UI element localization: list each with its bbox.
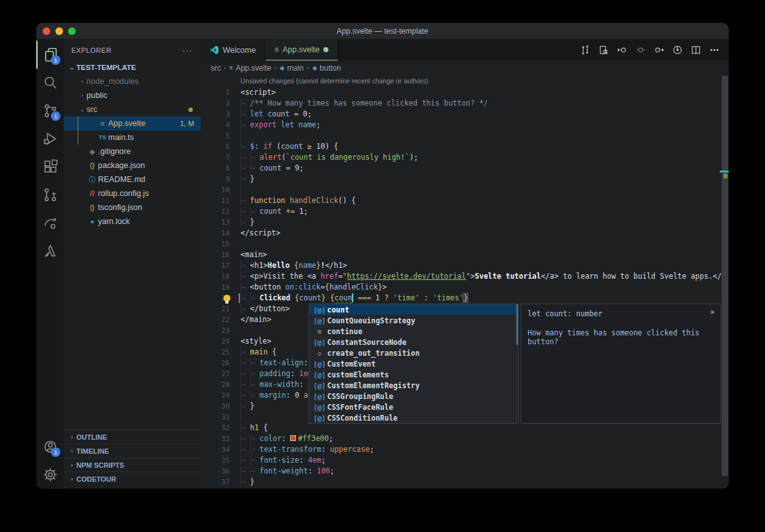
suggestion-create_out_transition[interactable]: ◇create_out_transition [309, 347, 518, 358]
code-line-16[interactable]: 16<main> [200, 249, 729, 260]
code-line-13[interactable]: 13→ } [200, 217, 729, 228]
token: ; [370, 445, 374, 454]
code-line-5[interactable]: 5 [200, 130, 729, 141]
token: text-align [260, 358, 304, 367]
split-editor-icon[interactable] [689, 43, 703, 57]
line-content: → h1 { [241, 423, 268, 433]
code-line-8[interactable]: 8→ → count = 9; [200, 163, 729, 174]
code-line-15[interactable]: 15 [200, 239, 729, 249]
code-line-2[interactable]: 2→ /** How many times has someone clicke… [200, 98, 729, 109]
token: ; [304, 207, 308, 216]
suggestion-customelementregistry[interactable]: [@]CustomElementRegistry [309, 380, 518, 391]
code-line-33[interactable]: 33→ → color: #ff3e00; [200, 433, 729, 444]
gutter-indicator-icon[interactable] [633, 43, 647, 57]
live-share-icon[interactable] [36, 209, 64, 237]
symbol-icon: ◈ [280, 64, 285, 71]
suggestion-constantsourcenode[interactable]: [@]ConstantSourceNode [309, 337, 518, 347]
suggestion-customevent[interactable]: [@]CustomEvent [309, 358, 518, 369]
previous-change-icon[interactable] [615, 43, 629, 57]
section-codetour[interactable]: ›CODETOUR [64, 472, 200, 486]
settings-gear-icon[interactable] [36, 461, 64, 489]
more-actions-icon[interactable] [707, 43, 721, 57]
token: } [463, 293, 468, 302]
open-preview-icon[interactable] [596, 43, 610, 57]
token: uppercase [330, 445, 370, 454]
code-line-11[interactable]: 11→ function handleClick() { [200, 195, 729, 206]
toggle-changes-icon[interactable] [578, 43, 592, 57]
suggestion-count[interactable]: [@]count [309, 304, 518, 315]
start-codetour-icon[interactable] [670, 43, 684, 57]
code-line-37[interactable]: 37→ } [200, 477, 729, 487]
run-debug-icon[interactable] [36, 125, 64, 153]
tree-item-node-modules[interactable]: ›node_modules [64, 74, 200, 88]
indent-whitespace: → [250, 466, 260, 475]
close-button[interactable] [43, 27, 50, 35]
vertical-scrollbar[interactable] [721, 75, 729, 489]
code-line-34[interactable]: 34→ → text-transform: uppercase; [200, 444, 729, 455]
code-line-20[interactable]: 20→ → Clicked {count} {coun === 1 ? 'tim… [200, 293, 729, 304]
section-npm-scripts[interactable]: ›NPM SCRIPTS [64, 458, 200, 472]
suggestion-customelements[interactable]: [@]customElements [309, 369, 518, 380]
code-line-6[interactable]: 6→ $: if (count ≥ 10) { [200, 141, 729, 152]
indent-whitespace: → [241, 196, 250, 205]
code-line-35[interactable]: 35→ → font-size: 4em; [200, 455, 729, 466]
tree-item-tsconfig-json[interactable]: {}tsconfig.json [64, 200, 200, 214]
lightbulb-icon[interactable] [223, 295, 230, 302]
tree-item-package-json[interactable]: {}package.json [64, 158, 200, 172]
pull-request-icon[interactable] [36, 181, 64, 209]
line-number: 36 [200, 466, 230, 477]
extensions-icon[interactable] [36, 153, 64, 181]
code-line-17[interactable]: 17→ <h1>Hello {name}!</h1> [200, 260, 729, 271]
tree-item-yarn-lock[interactable]: ●yarn.lock [64, 214, 200, 228]
tab-app-svelte[interactable]: ≡ App.svelte [265, 39, 338, 60]
azure-icon[interactable] [36, 237, 64, 265]
code-line-12[interactable]: 12→ → count += 1; [200, 206, 729, 217]
tree-item--gitignore[interactable]: ◆.gitignore [64, 144, 200, 158]
line-content: <script> [241, 87, 276, 98]
tree-item-src[interactable]: ⌄src [64, 102, 200, 116]
breadcrumb-item-app-svelte[interactable]: ≡App.svelte [229, 64, 271, 73]
account-icon[interactable]: 1 [36, 433, 64, 461]
tree-item-app-svelte[interactable]: ≡App.svelte1, M [64, 116, 200, 130]
section-timeline[interactable]: ›TIMELINE [64, 444, 200, 458]
suggest-scrollbar[interactable] [516, 304, 518, 345]
suggestion-cssconditionrule[interactable]: [@]CSSConditionRule [309, 412, 518, 423]
suggestion-continue[interactable]: ≡continue [309, 326, 518, 337]
code-line-1[interactable]: 1<script> [200, 87, 729, 98]
code-line-7[interactable]: 7→ → alert(`count is dangerously high!`)… [200, 152, 729, 163]
code-editor[interactable]: Unsaved changes (cannot determine recent… [200, 75, 729, 489]
source-control-icon[interactable]: 1 [36, 97, 64, 125]
token: () { [338, 196, 356, 205]
code-line-18[interactable]: 18→ <p>Visit the <a href="https://svelte… [200, 271, 729, 282]
explorer-more-actions-icon[interactable]: ··· [182, 45, 193, 55]
suggestion-cssgroupingrule[interactable]: [@]CSSGroupingRule [309, 391, 518, 402]
code-line-32[interactable]: 32→ h1 { [200, 423, 729, 433]
breadcrumb-item-src[interactable]: src [211, 64, 221, 73]
code-line-10[interactable]: 10 [200, 185, 729, 195]
next-change-icon[interactable] [652, 43, 666, 57]
suggestion-cssfontfacerule[interactable]: [@]CSSFontFaceRule [309, 402, 518, 412]
line-content [241, 412, 250, 423]
code-line-19[interactable]: 19→ <button on:click={handleClick}> [200, 282, 729, 293]
code-line-4[interactable]: 4→ export let name; [200, 120, 729, 130]
tree-root[interactable]: ⌄TEST-TEMPLATE [64, 60, 200, 74]
search-icon[interactable] [36, 69, 64, 97]
zoom-button[interactable] [68, 27, 76, 35]
code-line-3[interactable]: 3→ let count = 0; [200, 109, 729, 120]
suggestion-countqueuingstrategy[interactable]: [@]CountQueuingStrategy [309, 315, 518, 326]
minimize-button[interactable] [55, 27, 63, 35]
code-line-36[interactable]: 36→ → font-weight: 100; [200, 466, 729, 477]
code-line-9[interactable]: 9→ } [200, 174, 729, 185]
section-outline[interactable]: ›OUTLINE [64, 430, 200, 444]
token: : [321, 445, 330, 454]
tab-welcome[interactable]: Welcome [200, 39, 265, 60]
tree-item-main-ts[interactable]: TSmain.ts [64, 130, 200, 144]
tree-item-readme-md[interactable]: ⓘREADME.md [64, 172, 200, 186]
tree-item-public[interactable]: ›public [64, 88, 200, 102]
close-icon[interactable]: ✕ [710, 307, 715, 316]
tree-item-rollup-config-js[interactable]: Rrollup.config.js [64, 186, 200, 200]
breadcrumb-item-main[interactable]: ◈main [280, 64, 304, 73]
explorer-icon[interactable]: 1 [36, 41, 64, 69]
breadcrumb-item-button[interactable]: ◈button [312, 64, 341, 73]
code-line-14[interactable]: 14</script> [200, 228, 729, 239]
